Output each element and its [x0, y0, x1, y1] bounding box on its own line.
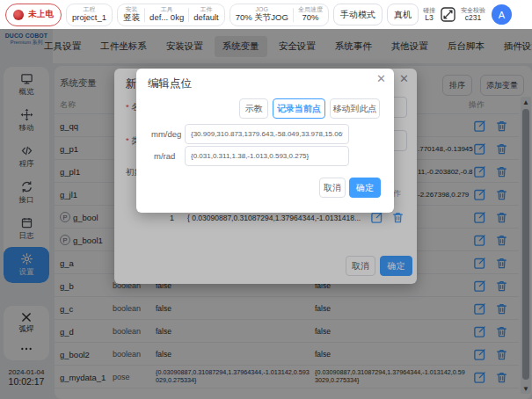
mm-deg-input[interactable] [185, 124, 349, 144]
edit-point-dialog: 编辑点位 ✕ 示教 记录当前点 移动到此点 mm/deg m/rad 取消 确定 [136, 69, 394, 213]
project-value: project_1 [72, 13, 106, 23]
power-status-label: 未上电 [28, 9, 54, 20]
move-to-point-button[interactable]: 移动到此点 [330, 98, 380, 119]
collision-detection-icon[interactable] [440, 6, 456, 23]
safety-check-value: c231 [465, 14, 481, 22]
power-status-button[interactable]: 未上电 [5, 4, 62, 26]
mm-deg-label: mm/deg [151, 129, 181, 139]
setup-group[interactable]: 安装竖装 工具def... 0kg 工件default [117, 4, 225, 26]
user-avatar[interactable]: A [492, 4, 512, 25]
jog-group[interactable]: JOG70% 关节JOG 全局速度70% [230, 4, 329, 26]
tool-value: def... 0kg [149, 13, 184, 23]
divider [144, 8, 145, 22]
close-icon[interactable]: ✕ [376, 72, 386, 85]
power-indicator-icon [13, 10, 24, 20]
manual-mode-button[interactable]: 手动模式 [333, 4, 383, 25]
top-bar: 未上电 工程project_1 安装竖装 工具def... 0kg 工件defa… [0, 0, 532, 29]
m-rad-label: m/rad [154, 151, 175, 161]
collision-level: L3 [425, 14, 433, 22]
m-rad-input[interactable] [185, 146, 349, 166]
dialog-title: 编辑点位 [148, 76, 192, 91]
mount-value: 竖装 [123, 13, 140, 23]
global-speed-value: 70% [302, 13, 318, 23]
jog-value: 70% 关节JOG [236, 13, 288, 23]
workpiece-value: default [193, 13, 219, 23]
divider [188, 8, 189, 22]
app-window: 未上电 工程project_1 安装竖装 工具def... 0kg 工件defa… [0, 0, 532, 399]
record-current-point-button[interactable]: 记录当前点 [273, 98, 325, 119]
teach-button[interactable]: 示教 [239, 98, 268, 119]
real-machine-button[interactable]: 真机 [387, 4, 419, 25]
project-selector[interactable]: 工程project_1 [66, 4, 113, 26]
confirm-button[interactable]: 确定 [349, 178, 381, 198]
divider [293, 8, 294, 22]
cancel-button[interactable]: 取消 [319, 178, 346, 198]
